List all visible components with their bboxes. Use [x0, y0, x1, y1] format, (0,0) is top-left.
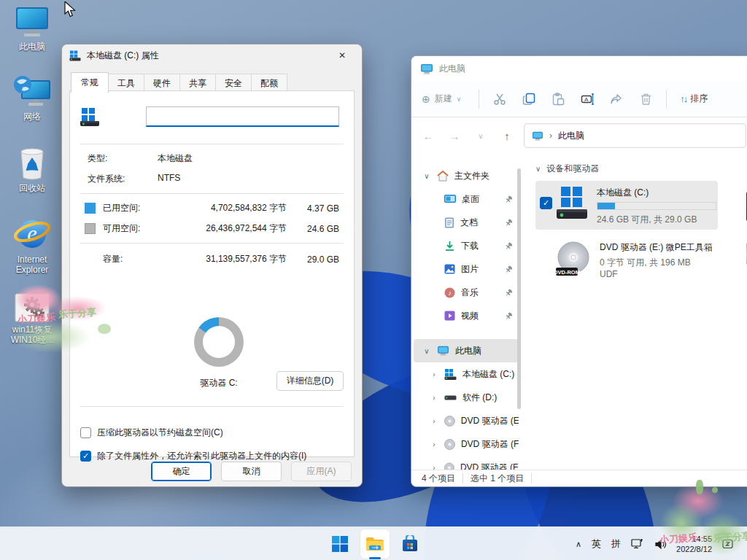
pictures-icon: [444, 264, 455, 274]
compress-checkbox-row[interactable]: 压缩此驱动器以节约磁盘空间(C): [80, 427, 223, 439]
chevron-right-icon[interactable]: ›: [430, 464, 438, 470]
used-space-row: 已用空间: 4,702,584,832 字节 4.37 GB: [85, 202, 339, 214]
up-button[interactable]: ↑: [498, 130, 516, 142]
sort-button[interactable]: ↑↓ 排序: [673, 93, 708, 105]
desktop-icon-internet-explorer[interactable]: e Internet Explorer: [4, 214, 60, 275]
document-icon: [444, 217, 454, 228]
sidebar-item-pictures[interactable]: 图片: [414, 257, 519, 281]
ime-language-indicator[interactable]: 英: [587, 529, 606, 559]
explorer-titlebar[interactable]: 此电脑: [411, 56, 747, 81]
tray-time: 14:55: [676, 534, 712, 544]
network-tray-icon[interactable]: [626, 529, 649, 559]
system-drive-icon: [554, 185, 589, 222]
volume-label-input[interactable]: [146, 106, 339, 127]
section-devices-and-drives[interactable]: ∨ 设备和驱动器: [535, 163, 747, 175]
pin-icon: [505, 312, 513, 320]
network-icon: [12, 74, 52, 109]
drive-caption: 驱动器 C:: [177, 377, 261, 389]
paste-button[interactable]: [543, 87, 573, 112]
home-icon: [437, 171, 449, 182]
desktop-icon-label: Internet Explorer: [5, 254, 59, 275]
desktop-icon-this-pc[interactable]: 此电脑: [4, 6, 60, 52]
show-hidden-icons-button[interactable]: ∧: [570, 529, 587, 559]
notification-center-button[interactable]: [716, 529, 740, 559]
properties-dialog: 本地磁盘 (C:) 属性 ✕ 常规 工具 硬件 共享 安全 配额 类型:本地磁盘…: [61, 44, 363, 487]
desktop-icon-recycle-bin[interactable]: 回收站: [4, 146, 60, 193]
drive-e-tile[interactable]: DVD-ROM DVD 驱动器 (E:) 微PE工具箱 0 字节 可用, 共 1…: [551, 236, 734, 284]
desktop-folder-icon: [444, 194, 456, 204]
details-button[interactable]: 详细信息(D): [276, 371, 344, 391]
clock[interactable]: 14:55 2022/8/12: [672, 529, 716, 559]
volume-tray-icon[interactable]: [649, 529, 672, 559]
capacity-bar-fill: [597, 203, 615, 209]
delete-button[interactable]: [631, 87, 660, 112]
pin-icon: [505, 289, 513, 297]
free-legend-swatch: [85, 223, 96, 234]
start-button[interactable]: [325, 529, 355, 559]
cut-button[interactable]: [485, 87, 514, 112]
selected-checkbox[interactable]: ✓: [540, 197, 552, 209]
internet-explorer-icon: e: [13, 214, 51, 252]
dialog-title: 本地磁盘 (C:) 属性: [87, 50, 159, 62]
sidebar-item-drive-c[interactable]: › 本地磁盘 (C:): [414, 362, 519, 386]
desktop-icon-win11-restore[interactable]: win11恢复 WIN10经...: [4, 293, 60, 345]
forward-button[interactable]: →: [445, 130, 464, 142]
chevron-right-icon[interactable]: ›: [430, 370, 438, 378]
chevron-right-icon[interactable]: ›: [430, 394, 438, 402]
breadcrumb[interactable]: 此电脑: [558, 130, 584, 142]
sidebar-item-documents[interactable]: 文档: [414, 211, 519, 234]
chevron-right-icon[interactable]: ›: [430, 440, 438, 448]
sidebar-item-this-pc[interactable]: ∨ 此电脑: [414, 339, 519, 362]
sidebar-item-drive-extra[interactable]: › DVD 驱动器 (F:): [414, 456, 519, 470]
address-bar[interactable]: › 此电脑: [524, 123, 746, 148]
drive-c-tile[interactable]: ✓ 本地磁盘 (C:) 24.6 GB 可用, 共 29.0 GB: [535, 181, 718, 230]
ok-button[interactable]: 确定: [151, 462, 212, 481]
rename-icon: A: [581, 93, 595, 106]
sidebar-item-desktop[interactable]: 桌面: [414, 187, 519, 211]
used-legend-swatch: [85, 203, 96, 214]
copy-icon: [522, 93, 535, 106]
chevron-down-icon[interactable]: ∨: [535, 165, 541, 173]
dialog-titlebar[interactable]: 本地磁盘 (C:) 属性 ✕: [62, 44, 362, 66]
sidebar-item-downloads[interactable]: 下载: [414, 234, 519, 257]
new-button[interactable]: ⊕ 新建 ∨: [422, 93, 473, 105]
dvd-icon: [444, 462, 454, 470]
copy-button[interactable]: [514, 87, 543, 112]
chevron-down-icon[interactable]: ∨: [422, 347, 431, 355]
sidebar-item-home[interactable]: ∨ 主文件夹: [414, 164, 519, 187]
rename-button[interactable]: A: [573, 87, 602, 112]
sidebar-item-music[interactable]: ♪ 音乐: [414, 281, 519, 304]
dvd-rom-icon: DVD-ROM: [554, 240, 592, 278]
type-row: 类型:本地磁盘: [88, 152, 339, 165]
sidebar-item-drive-d[interactable]: › 软件 (D:): [414, 386, 519, 409]
share-button[interactable]: [602, 87, 631, 112]
microsoft-store-taskbar-button[interactable]: [395, 529, 425, 559]
plus-circle-icon: ⊕: [422, 93, 430, 105]
ime-mode-indicator[interactable]: 拼: [606, 529, 626, 559]
system-drive-icon: [444, 369, 457, 380]
chevron-down-icon[interactable]: ∨: [422, 172, 431, 180]
close-button[interactable]: ✕: [330, 47, 355, 64]
pin-icon: [505, 242, 513, 250]
svg-text:A: A: [584, 96, 589, 103]
item-count: 4 个项目: [422, 472, 455, 485]
sidebar-item-videos[interactable]: 视频: [414, 304, 519, 327]
back-button[interactable]: ←: [419, 130, 438, 142]
sidebar-item-drive-e[interactable]: › DVD 驱动器 (E: [414, 409, 519, 432]
tab-general[interactable]: 常规: [71, 72, 109, 93]
apply-button[interactable]: 应用(A): [291, 462, 352, 481]
drive-name: 本地磁盘 (C:): [597, 187, 716, 199]
chevron-right-icon[interactable]: ›: [430, 417, 438, 425]
pin-icon: [505, 195, 513, 203]
recent-locations-chevron[interactable]: ∨: [471, 132, 490, 140]
drive-icon: [444, 395, 457, 400]
free-space-row: 可用空间: 26,436,972,544 字节 24.6 GB: [85, 222, 339, 235]
file-explorer-taskbar-button[interactable]: [360, 529, 390, 559]
cancel-button[interactable]: 取消: [221, 462, 282, 481]
share-icon: [610, 93, 623, 106]
compress-checkbox[interactable]: [80, 427, 91, 438]
sidebar-item-drive-f[interactable]: › DVD 驱动器 (F: [414, 432, 519, 456]
desktop-icon-network[interactable]: 网络: [4, 74, 60, 122]
taskbar-center: [325, 527, 425, 560]
trash-icon: [640, 93, 652, 106]
